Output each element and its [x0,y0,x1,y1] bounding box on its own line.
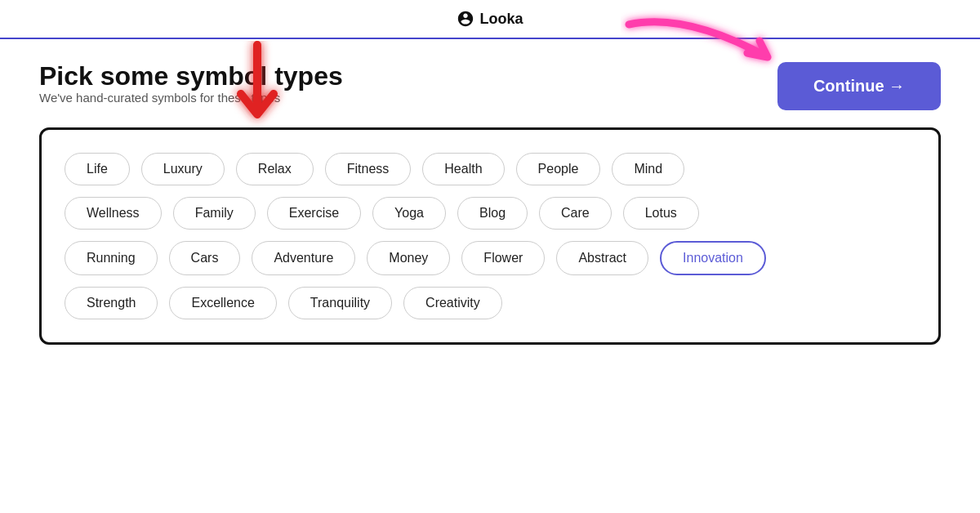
tag-abstract[interactable]: Abstract [556,241,648,275]
tags-row-2: Wellness Family Exercise Yoga Blog Care … [65,197,915,230]
tag-adventure[interactable]: Adventure [252,241,355,275]
tag-creativity[interactable]: Creativity [403,287,502,319]
tag-relax[interactable]: Relax [236,153,314,185]
logo-text: Looka [479,11,523,28]
tags-row-3: Running Cars Adventure Money Flower Abst… [65,241,915,275]
tag-yoga[interactable]: Yoga [372,197,446,230]
tag-health[interactable]: Health [422,153,504,185]
tag-innovation[interactable]: Innovation [660,241,766,275]
tag-life[interactable]: Life [65,153,130,185]
tags-row-1: Life Luxury Relax Fitness Health People … [65,153,915,185]
tag-cars[interactable]: Cars [169,241,241,275]
header: Looka [0,0,980,39]
tag-tranquility[interactable]: Tranquility [288,287,392,319]
tag-exercise[interactable]: Exercise [267,197,361,230]
main-content: Pick some symbol types We've hand-curate… [0,39,980,361]
tag-running[interactable]: Running [65,241,158,275]
logo-icon [457,10,474,28]
tag-strength[interactable]: Strength [65,287,158,319]
tags-container: Life Luxury Relax Fitness Health People … [39,127,941,345]
tag-luxury[interactable]: Luxury [141,153,225,185]
tag-people[interactable]: People [516,153,601,185]
tag-fitness[interactable]: Fitness [325,153,412,185]
tag-lotus[interactable]: Lotus [623,197,699,230]
title-section: Pick some symbol types We've hand-curate… [39,62,343,123]
tag-blog[interactable]: Blog [457,197,528,230]
tag-care[interactable]: Care [539,197,612,230]
page-title: Pick some symbol types [39,62,343,91]
page-subtitle: We've hand-curated symbols for these typ… [39,91,343,105]
tag-flower[interactable]: Flower [461,241,545,275]
continue-button[interactable]: Continue → [777,62,941,110]
title-row: Pick some symbol types We've hand-curate… [39,62,941,123]
tag-wellness[interactable]: Wellness [65,197,162,230]
tag-family[interactable]: Family [173,197,256,230]
logo: Looka [457,10,523,28]
tags-row-4: Strength Excellence Tranquility Creativi… [65,287,915,319]
tag-excellence[interactable]: Excellence [169,287,276,319]
tag-mind[interactable]: Mind [612,153,684,185]
tag-money[interactable]: Money [367,241,450,275]
